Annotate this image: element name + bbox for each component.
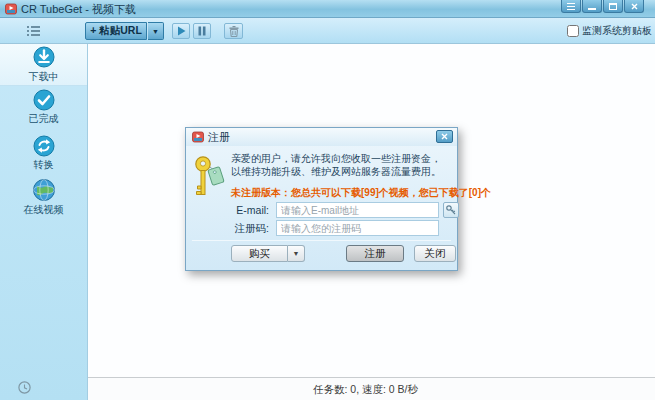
register-button[interactable]: 注册: [346, 245, 404, 262]
monitor-clipboard-label[interactable]: 监测系统剪贴板: [582, 24, 652, 38]
register-dialog: 注册 亲爱的用户，请允许我向您收取一些注册资金，以维持功能升级、维护及网站服务器…: [185, 127, 458, 271]
dialog-message: 亲爱的用户，请允许我向您收取一些注册资金，以维持功能升级、维护及网站服务器流量费…: [231, 152, 448, 178]
paste-url-button[interactable]: + 粘贴URL: [85, 22, 147, 40]
minimize-button[interactable]: [582, 0, 602, 13]
app-window: CR TubeGet - 视频下载: [0, 0, 655, 400]
app-icon: [5, 3, 17, 15]
paste-url-dropdown-button[interactable]: ▼: [148, 22, 164, 40]
maximize-button[interactable]: [603, 0, 623, 13]
start-download-button[interactable]: [172, 23, 190, 39]
close-icon: [631, 3, 638, 10]
monitor-clipboard-option: 监测系统剪贴板: [567, 24, 652, 38]
pause-download-button[interactable]: [193, 23, 211, 39]
key-tag-icon: [194, 155, 226, 201]
window-controls: [561, 0, 644, 13]
buy-dropdown-button[interactable]: ▼: [288, 245, 305, 262]
grid-menu-icon[interactable]: [27, 25, 40, 37]
key-button-icon: [446, 205, 456, 215]
sidebar: 下载中 已完成 转换 在线视: [0, 44, 88, 400]
close-dialog-button[interactable]: 关闭: [414, 245, 456, 262]
sidebar-item-downloading[interactable]: [0, 46, 87, 72]
email-label: E-mail:: [196, 204, 269, 216]
chevron-down-icon: ▼: [293, 250, 300, 257]
sidebar-item-online-video[interactable]: [0, 178, 87, 206]
toolbar: + 粘贴URL ▼ 监测系统剪贴板: [0, 18, 655, 44]
title-bar: CR TubeGet - 视频下载: [0, 0, 655, 18]
convert-circle-icon: [33, 135, 55, 157]
sidebar-label-completed[interactable]: 已完成: [0, 112, 87, 126]
status-bar: 任务数: 0, 速度: 0 B/秒: [88, 377, 655, 400]
buy-button[interactable]: 购买: [231, 245, 288, 262]
monitor-clipboard-checkbox[interactable]: [567, 25, 579, 37]
dialog-footer-divider: [192, 240, 451, 241]
close-button[interactable]: [624, 0, 644, 13]
window-menu-button[interactable]: [561, 0, 581, 13]
play-icon: [177, 26, 186, 36]
dialog-title: 注册: [208, 128, 230, 146]
sidebar-label-online-video[interactable]: 在线视频: [0, 203, 87, 217]
clock-icon[interactable]: [18, 381, 31, 394]
sidebar-label-convert[interactable]: 转换: [0, 158, 87, 172]
window-menu-icon: [567, 3, 575, 10]
dialog-warning-text: 未注册版本：您总共可以下载[99]个视频，您已下载了[0]个: [231, 186, 456, 200]
chevron-down-icon: ▼: [152, 28, 159, 35]
delete-task-button[interactable]: [224, 23, 243, 39]
regcode-label: 注册码:: [196, 222, 269, 236]
pause-icon: [198, 26, 206, 36]
check-circle-icon: [33, 89, 55, 111]
retrieve-code-button[interactable]: [443, 202, 459, 218]
minimize-icon: [588, 8, 596, 10]
trash-icon: [229, 26, 239, 37]
dialog-app-icon: [192, 131, 204, 143]
email-field[interactable]: [276, 202, 439, 218]
sidebar-label-downloading[interactable]: 下载中: [0, 70, 87, 84]
window-title: CR TubeGet - 视频下载: [21, 0, 136, 18]
maximize-icon: [609, 3, 617, 10]
dialog-title-bar: 注册: [186, 128, 457, 146]
status-text: 任务数: 0, 速度: 0 B/秒: [313, 383, 418, 395]
regcode-field[interactable]: [276, 220, 439, 236]
download-circle-icon: [33, 46, 55, 68]
dialog-close-icon: [441, 133, 448, 140]
globe-icon: [32, 178, 56, 202]
dialog-close-button[interactable]: [436, 130, 453, 143]
